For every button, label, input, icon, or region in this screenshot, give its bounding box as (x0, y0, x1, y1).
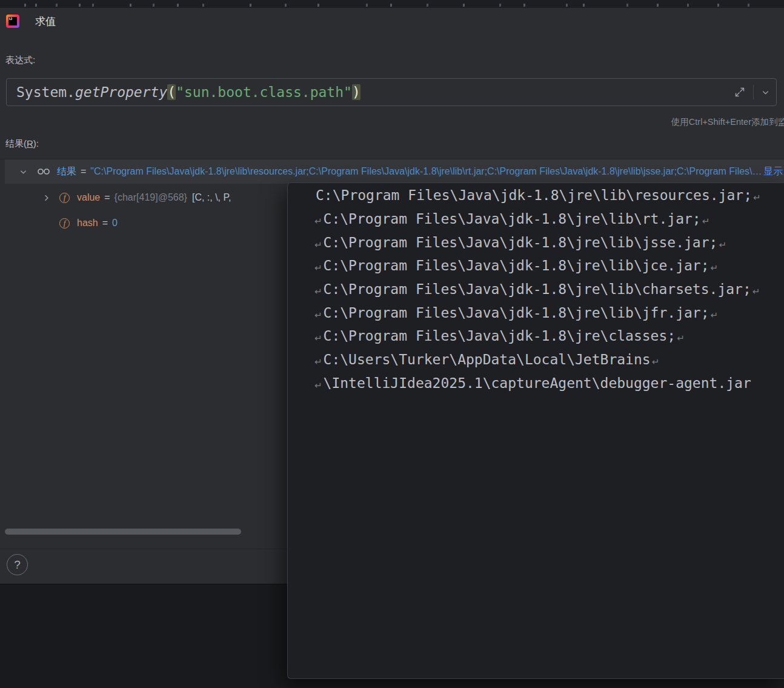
result-label-mnemonic: R (27, 138, 33, 149)
field-name-hash: hash (77, 218, 98, 229)
help-button[interactable]: ? (7, 554, 28, 575)
code-receiver: System. (16, 84, 75, 100)
result-label: 结果(R): (5, 138, 39, 150)
field-name-value: value (77, 192, 100, 203)
popup-line-text: C:\Program Files\Java\jdk-1.8\jre\lib\ch… (324, 281, 751, 297)
soft-wrap-icon: ↵ (314, 380, 322, 391)
soft-wrap-icon: ↵ (702, 216, 710, 227)
equals-sign: = (104, 192, 110, 203)
clipped-glyph-fragments (0, 4, 2, 7)
result-label-pre: 结果( (5, 138, 27, 149)
expression-code[interactable]: System.getProperty("sun.boot.class.path"… (7, 84, 360, 100)
dialog-title: 求值 (35, 15, 56, 28)
field-icon: f (59, 218, 70, 229)
popup-line-text: C:\Users\Turker\AppData\Local\JetBrains (324, 352, 651, 367)
value-preview: [C, :, \, P, (192, 192, 231, 203)
popup-line-text: C:\Program Files\Java\jdk-1.8\jre\classe… (324, 328, 676, 344)
field-icon: f (59, 193, 70, 203)
intellij-idea-logo-icon: IJ (6, 15, 19, 28)
result-string-value: "C:\Program Files\Java\jdk-1.8\jre\lib\r… (90, 166, 763, 177)
popup-line-text: C:\Program Files\Java\jdk-1.8\jre\lib\rt… (324, 211, 701, 227)
soft-wrap-icon: ↵ (314, 286, 322, 297)
equals-sign: = (81, 166, 86, 177)
soft-wrap-icon: ↵ (752, 286, 760, 297)
soft-wrap-icon: ↵ (314, 310, 322, 321)
expression-input-actions (734, 79, 770, 105)
popup-line-text: C:\Program Files\Java\jdk-1.8\jre\lib\jc… (324, 258, 709, 273)
equals-sign: = (102, 218, 108, 229)
soft-wrap-icon: ↵ (711, 262, 719, 273)
soft-wrap-icon: ↵ (314, 239, 322, 250)
popup-line-text: \IntelliJIdea2025.1\captureAgent\debugge… (324, 375, 751, 391)
hash-value: 0 (112, 218, 118, 229)
result-node-name: 结果 (57, 165, 76, 178)
soft-wrap-icon: ↵ (314, 216, 322, 227)
soft-wrap-icon: ↵ (314, 356, 322, 367)
code-string-arg: "sun.boot.class.path" (176, 84, 352, 100)
background-window-strip (0, 0, 784, 8)
popup-line-text: C:\Program Files\Java\jdk-1.8\jre\lib\js… (324, 235, 718, 250)
popup-line: ↵\IntelliJIdea2025.1\captureAgent\debugg… (314, 372, 784, 395)
soft-wrap-icon: ↵ (314, 262, 322, 273)
dialog-titlebar: IJ 求值 (6, 13, 56, 29)
full-value-popup: C:\Program Files\Java\jdk-1.8\jre\lib\re… (287, 182, 784, 679)
field-glyph: f (64, 218, 66, 228)
expand-editor-icon[interactable] (734, 86, 746, 98)
popup-line-text: C:\Program Files\Java\jdk-1.8\jre\lib\jf… (324, 305, 709, 321)
logo-monogram: IJ (9, 17, 12, 21)
popup-line: C:\Program Files\Java\jdk-1.8\jre\lib\re… (314, 184, 784, 207)
tree-row-result[interactable]: 结果 = "C:\Program Files\Java\jdk-1.8\jre\… (5, 159, 784, 184)
popup-line: ↵C:\Program Files\Java\jdk-1.8\jre\lib\c… (314, 278, 784, 301)
popup-line: ↵C:\Program Files\Java\jdk-1.8\jre\lib\r… (314, 207, 784, 231)
popup-line: ↵C:\Users\Turker\AppData\Local\JetBrains… (314, 348, 784, 372)
expression-input[interactable]: System.getProperty("sun.boot.class.path"… (6, 78, 777, 106)
history-chevron-down-icon[interactable] (761, 88, 770, 97)
soft-wrap-icon: ↵ (753, 192, 761, 203)
chevron-down-icon[interactable] (18, 167, 28, 176)
popup-line-text: C:\Program Files\Java\jdk-1.8\jre\lib\re… (316, 187, 752, 203)
popup-line: ↵C:\Program Files\Java\jdk-1.8\jre\class… (314, 324, 784, 348)
soft-wrap-icon: ↵ (314, 333, 322, 344)
code-open-paren: ( (167, 84, 176, 100)
popup-line: ↵C:\Program Files\Java\jdk-1.8\jre\lib\j… (314, 301, 784, 324)
input-divider (753, 85, 754, 99)
horizontal-scrollbar-thumb[interactable] (5, 529, 241, 535)
popup-line: ↵C:\Program Files\Java\jdk-1.8\jre\lib\j… (314, 230, 784, 254)
code-close-paren: ) (352, 84, 360, 100)
code-method: getProperty (75, 84, 167, 100)
add-to-watches-hint: 使用Ctrl+Shift+Enter添加到监 (671, 116, 784, 128)
expression-label: 表达式: (5, 55, 35, 66)
evaluate-result-icon (36, 168, 51, 175)
soft-wrap-icon: ↵ (652, 356, 660, 367)
result-label-post: ): (33, 138, 39, 149)
field-glyph: f (64, 193, 66, 202)
soft-wrap-icon: ↵ (719, 239, 726, 250)
popup-line: ↵C:\Program Files\Java\jdk-1.8\jre\lib\j… (314, 254, 784, 278)
chevron-right-icon[interactable] (41, 193, 51, 202)
show-value-link[interactable]: 显示 (763, 165, 784, 178)
soft-wrap-icon: ↵ (677, 333, 685, 344)
evaluate-expression-screen: IJ 求值 表达式: System.getProperty("sun.boot.… (0, 0, 784, 688)
soft-wrap-icon: ↵ (711, 310, 719, 321)
value-type-info: {char[419]@568} (115, 192, 187, 203)
